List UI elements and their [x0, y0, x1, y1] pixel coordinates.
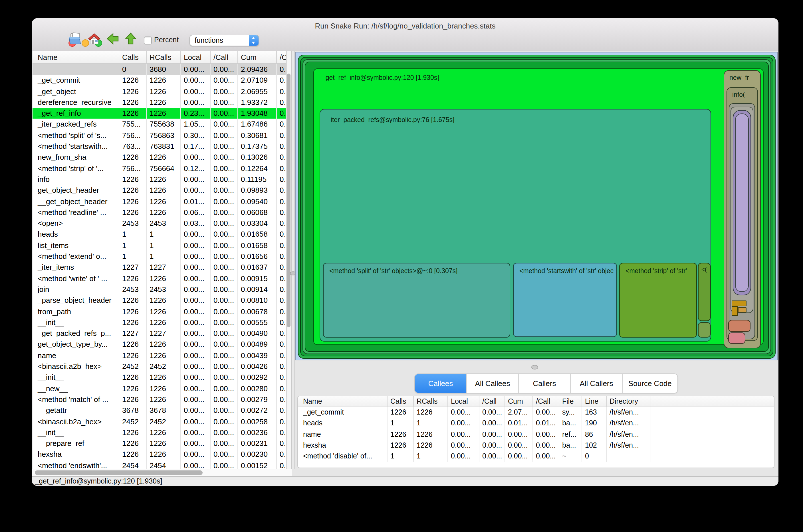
treemap-node-strip[interactable]: <method 'strip' of 'str' — [619, 263, 697, 338]
table-row[interactable]: <method 'startswith... 763... 763831 0.1… — [33, 141, 286, 152]
hscroll-thumb[interactable] — [35, 470, 203, 475]
treemap-label: info( — [732, 91, 745, 98]
col-file[interactable]: File — [559, 396, 582, 406]
table-row[interactable]: join 2453 2453 0.00... 0.00... 0.00914 0… — [33, 284, 286, 295]
arrow-left-icon — [106, 37, 120, 47]
treemap-node[interactable] — [735, 113, 749, 292]
col-local[interactable]: Local — [181, 51, 211, 63]
left-table-vscrollbar[interactable] — [287, 51, 292, 469]
table-row[interactable]: get_object_type_by... 1226 1226 0.00... … — [33, 339, 286, 350]
table-row[interactable]: __get_object_header 1226 1226 0.01... 0.… — [33, 196, 286, 207]
table-row[interactable]: __init__ 1226 1226 0.00... 0.00... 0.005… — [33, 317, 286, 328]
vscroll-thumb[interactable] — [287, 74, 291, 327]
col-name[interactable]: Name — [33, 51, 119, 63]
percent-label: Percent — [154, 36, 179, 44]
treemap-label: new_fr — [729, 74, 749, 81]
table-row[interactable]: <method 'match' of ... 1226 1226 0.00...… — [33, 394, 286, 405]
col-rcalls[interactable]: RCalls — [147, 51, 181, 63]
table-row[interactable]: _get_commit 1226 1226 0.00... 0.00... 2.… — [33, 75, 286, 86]
tab[interactable]: Source Code — [623, 374, 677, 393]
treemap-node[interactable] — [732, 306, 738, 316]
tab[interactable]: Callers — [519, 374, 571, 393]
treemap-node-startswith[interactable]: <method 'startswith' of 'str' objec — [513, 263, 617, 337]
table-row[interactable]: <binascii.b2a_hex> 2452 2452 0.00... 0.0… — [33, 416, 286, 427]
table-row[interactable]: new_from_sha 1226 1226 0.00... 0.00... 0… — [33, 152, 286, 163]
table-row[interactable]: _get_object 1226 1226 0.00... 0.00... 2.… — [33, 86, 286, 97]
col-directory[interactable]: Directory — [607, 396, 651, 406]
table-row[interactable]: _get_ref_info 1226 1226 0.23... 0.00... … — [33, 108, 286, 119]
table-row[interactable]: 0 3680 0.00... 0.00... 2.09436 0.0 — [33, 64, 286, 75]
table-row[interactable]: __getattr__ 3678 3678 0.00... 0.00... 0.… — [33, 405, 286, 416]
treemap-node[interactable] — [728, 320, 750, 332]
col-c2[interactable]: /C — [277, 51, 286, 63]
status-text: _get_ref_info@symbolic.py:120 [1.930s] — [35, 477, 162, 485]
treemap-node-small[interactable] — [698, 322, 711, 338]
table-row[interactable]: _get_packed_refs_p... 1227 1227 0.00... … — [33, 328, 286, 339]
window-title: Run Snake Run: /h/sf/log/no_validation_b… — [32, 22, 779, 30]
col-percall[interactable]: /Call — [211, 51, 238, 63]
col-rcalls[interactable]: RCalls — [414, 396, 448, 406]
table-row[interactable]: _iter_packed_refs 755... 755638 1.05... … — [33, 119, 286, 130]
treemap-node-split[interactable]: <method 'split' of 'str' objects>@~:0 [0… — [323, 263, 510, 338]
table-row[interactable]: __init__ 1226 1226 0.00... 0.00... 0.002… — [33, 427, 286, 438]
col-calls[interactable]: Calls — [387, 396, 414, 406]
back-button[interactable] — [106, 33, 120, 45]
open-file-button[interactable] — [68, 33, 81, 45]
table-row[interactable]: _get_commit 1226 1226 0.00... 0.00... 2.… — [298, 407, 774, 418]
home-button[interactable] — [87, 33, 101, 45]
treemap-node[interactable] — [738, 307, 747, 312]
col-cum[interactable]: Cum — [238, 51, 277, 63]
left-table-hscrollbar[interactable] — [32, 469, 292, 476]
table-row[interactable]: <method 'write' of ' ... 1226 1226 0.00.… — [33, 273, 286, 284]
percent-checkbox[interactable] — [144, 37, 152, 44]
treemap-node[interactable] — [732, 301, 747, 306]
table-row[interactable]: hexsha 1226 1226 0.00... 0.00... 0.00230… — [33, 449, 286, 460]
callees-table-body: _get_commit 1226 1226 0.00... 0.00... 2.… — [298, 407, 774, 462]
table-row[interactable]: <method 'disable' of... 1 1 0.00... 0.00… — [298, 451, 774, 462]
table-row[interactable]: _parse_object_header 1226 1226 0.00... 0… — [33, 295, 286, 306]
treemap-node[interactable] — [728, 332, 745, 344]
squaremap-view[interactable]: _get_ref_info@symbolic.py:120 [1.930s] _… — [295, 52, 778, 360]
table-row[interactable]: name 1226 1226 0.00... 0.00... 0.00439 0… — [33, 350, 286, 361]
view-mode-select[interactable]: functions — [189, 35, 259, 46]
stepper-icon — [249, 35, 258, 45]
table-row[interactable]: hexsha 1226 1226 0.00... 0.00... 0.00...… — [298, 440, 774, 451]
table-row[interactable]: <method 'readline' ... 1226 1226 0.06...… — [33, 207, 286, 218]
table-row[interactable]: __new__ 1226 1226 0.00... 0.00... 0.0028… — [33, 383, 286, 394]
callees-table: Name Calls RCalls Local /Call Cum /Call … — [297, 396, 774, 468]
table-row[interactable]: <method 'split' of 's... 756... 756863 0… — [33, 130, 286, 141]
table-row[interactable]: <method 'strip' of '... 756... 756664 0.… — [33, 163, 286, 174]
col-cum[interactable]: Cum — [505, 396, 533, 406]
table-row[interactable]: <method 'extend' o... 1 1 0.00... 0.00..… — [33, 251, 286, 262]
table-row[interactable]: __init__ 1226 1226 0.00... 0.00... 0.002… — [33, 372, 286, 383]
tab[interactable]: Callees — [415, 374, 467, 393]
tab[interactable]: All Callees — [467, 374, 519, 393]
table-row[interactable]: _iter_items 1227 1227 0.00... 0.00... 0.… — [33, 262, 286, 273]
table-row[interactable]: __prepare_ref 1226 1226 0.00... 0.00... … — [33, 438, 286, 449]
col-line[interactable]: Line — [582, 396, 607, 406]
table-row[interactable]: <method 'endswith'... 2454 2454 0.00... … — [33, 460, 286, 469]
tab[interactable]: All Callers — [571, 374, 623, 393]
open-folder-icon — [68, 37, 81, 47]
sash-handle-icon[interactable] — [531, 365, 538, 369]
table-row[interactable]: from_path 1226 1226 0.00... 0.00... 0.00… — [33, 306, 286, 317]
vertical-splitter[interactable] — [292, 51, 295, 469]
table-row[interactable]: get_object_header 1226 1226 0.00... 0.00… — [33, 185, 286, 196]
col-percall2[interactable]: /Call — [533, 396, 559, 406]
treemap-node-small[interactable]: <( — [698, 263, 711, 321]
col-calls[interactable]: Calls — [119, 51, 147, 63]
treemap-label: <( — [701, 266, 707, 272]
table-row[interactable]: info 1226 1226 0.00... 0.00... 0.11195 0… — [33, 174, 286, 185]
col-percall[interactable]: /Call — [479, 396, 505, 406]
up-button[interactable] — [124, 33, 138, 45]
table-row[interactable]: dereference_recursive 1226 1226 0.00... … — [33, 97, 286, 108]
table-row[interactable]: list_items 1 1 0.00... 0.00... 0.01658 0… — [33, 240, 286, 251]
table-row[interactable]: <open> 2453 2453 0.03... 0.00... 0.03304… — [33, 218, 286, 229]
col-local[interactable]: Local — [448, 396, 479, 406]
table-row[interactable]: name 1226 1226 0.00... 0.00... 0.00... 0… — [298, 429, 774, 440]
table-row[interactable]: heads 1 1 0.00... 0.00... 0.01... 0.01..… — [298, 418, 774, 429]
treemap-label: <method 'strip' of 'str' — [625, 267, 687, 274]
table-row[interactable]: heads 1 1 0.00... 0.00... 0.01658 0.0 — [33, 229, 286, 240]
col-name[interactable]: Name — [298, 396, 387, 406]
table-row[interactable]: <binascii.a2b_hex> 2452 2452 0.00... 0.0… — [33, 361, 286, 372]
